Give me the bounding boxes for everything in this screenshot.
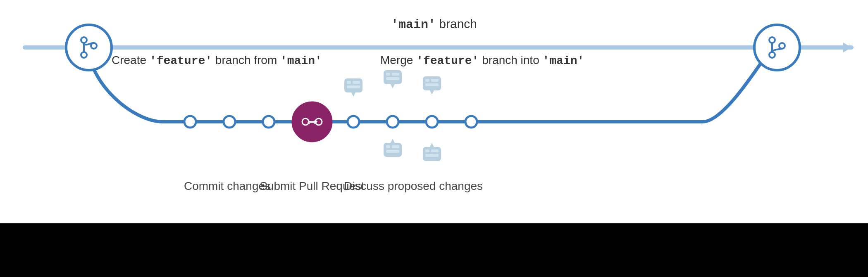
svg-marker-24 <box>430 90 434 95</box>
create-branch-label: Create 'feature' branch from 'main' <box>112 54 322 67</box>
comment-bubble-1 <box>344 78 362 97</box>
commit-node-4 <box>348 116 359 128</box>
svg-rect-22 <box>386 150 399 153</box>
commit-node-1 <box>184 116 196 128</box>
commit-node-3 <box>263 116 274 128</box>
discuss-label: Discuss proposed changes <box>344 180 483 192</box>
svg-rect-20 <box>386 145 390 148</box>
black-bar <box>0 223 868 277</box>
svg-rect-21 <box>392 145 399 148</box>
svg-rect-30 <box>425 149 429 152</box>
comment-bubble-4 <box>423 76 441 95</box>
svg-rect-25 <box>425 79 429 82</box>
svg-rect-10 <box>347 81 351 84</box>
svg-marker-9 <box>351 92 355 97</box>
commit-node-6 <box>426 116 438 128</box>
svg-rect-32 <box>425 154 439 157</box>
svg-rect-11 <box>353 81 360 84</box>
svg-marker-1 <box>843 43 851 52</box>
svg-rect-27 <box>425 83 439 86</box>
svg-rect-17 <box>386 77 399 80</box>
comment-bubble-2 <box>384 70 402 88</box>
svg-rect-16 <box>392 73 399 76</box>
svg-rect-15 <box>386 73 390 76</box>
commit-node-2 <box>224 116 235 128</box>
branch-point-left <box>66 25 112 70</box>
svg-marker-19 <box>391 139 395 143</box>
commit-node-5 <box>387 116 398 128</box>
comment-bubble-3 <box>384 139 402 157</box>
merge-point-right <box>754 25 800 70</box>
merge-branch-label: Merge 'feature' branch into 'main' <box>380 54 584 67</box>
svg-rect-12 <box>347 85 360 88</box>
commit-node-7 <box>465 116 477 128</box>
svg-rect-26 <box>431 79 439 82</box>
svg-rect-31 <box>431 149 439 152</box>
main-branch-label: 'main' branch <box>391 17 477 32</box>
comment-bubble-5 <box>423 143 441 161</box>
svg-marker-29 <box>430 143 434 147</box>
commit-changes-label: Commit changes <box>184 180 271 192</box>
diagram-area: ↔ <box>0 0 868 223</box>
svg-marker-14 <box>391 84 395 88</box>
